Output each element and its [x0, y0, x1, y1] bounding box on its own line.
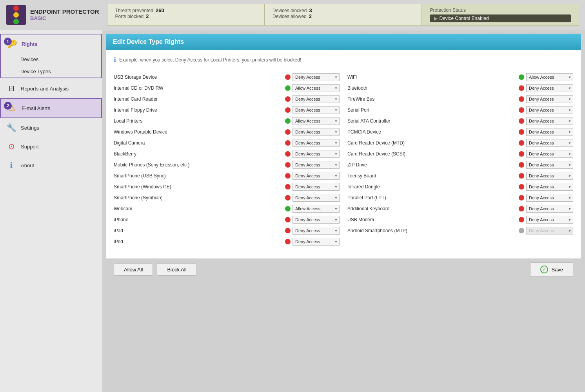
- device-access-select[interactable]: Deny AccessAllow AccessRead Only: [526, 117, 573, 125]
- status-dot: [519, 85, 524, 91]
- device-access-select[interactable]: Deny AccessAllow AccessRead Only: [526, 172, 573, 180]
- device-access-select[interactable]: Deny AccessAllow AccessRead Only: [292, 106, 340, 114]
- status-arrow-icon: ▶: [434, 16, 438, 21]
- device-access-select[interactable]: Deny AccessAllow AccessRead Only: [292, 150, 340, 158]
- save-button[interactable]: ✓ Save: [530, 262, 573, 276]
- device-select-wrap: Deny AccessAllow AccessRead Only: [285, 216, 340, 224]
- panel-header: Edit Device Type Rights: [106, 34, 581, 50]
- about-label: About: [21, 163, 34, 168]
- device-access-select[interactable]: Deny AccessAllow AccessRead Only: [292, 238, 340, 246]
- sidebar-item-device-types[interactable]: Device Types: [9, 65, 101, 78]
- status-dot: [285, 217, 291, 222]
- traffic-light: [13, 5, 19, 24]
- sidebar-item-devices[interactable]: Devices: [9, 53, 101, 65]
- select-wrapper: Deny AccessAllow AccessRead Only: [526, 216, 573, 224]
- device-access-select[interactable]: Deny AccessAllow AccessRead Only: [526, 216, 573, 224]
- sidebar-item-email-alerts[interactable]: 2 ⚠ E-mail Alerts: [0, 98, 102, 118]
- support-label: Support: [21, 144, 39, 150]
- device-access-select[interactable]: Deny AccessAllow AccessRead Only: [292, 216, 340, 224]
- sidebar-item-about[interactable]: ℹ About: [0, 156, 102, 175]
- devices-allowed-value: 2: [309, 13, 312, 19]
- device-row: Infrared DongleDeny AccessAllow AccessRe…: [347, 183, 573, 191]
- device-access-select[interactable]: Deny AccessAllow AccessRead Only: [292, 205, 340, 213]
- sidebar-item-rights[interactable]: 1 🔑 Rights: [1, 34, 101, 53]
- device-access-select[interactable]: Deny AccessAllow AccessRead Only: [292, 95, 340, 103]
- device-access-select[interactable]: Deny AccessAllow AccessRead Only: [526, 150, 573, 158]
- select-wrapper: Deny AccessAllow AccessRead Only: [292, 139, 340, 147]
- ports-label: Ports blocked: [115, 14, 144, 19]
- device-access-select[interactable]: Deny AccessAllow AccessRead Only: [292, 161, 340, 169]
- reports-label: Reports and Analysis: [21, 86, 69, 92]
- rights-sub-items: Devices Device Types: [1, 53, 101, 78]
- select-wrapper: Deny AccessAllow AccessRead Only: [526, 227, 573, 235]
- sidebar-item-settings[interactable]: 🔧 Settings: [0, 118, 102, 137]
- status-dot: [285, 140, 291, 146]
- status-dot: [285, 173, 291, 179]
- device-name: Internal CD or DVD RW: [114, 85, 282, 91]
- select-wrapper: Deny AccessAllow AccessRead Only: [292, 73, 340, 81]
- device-access-select[interactable]: Deny AccessAllow AccessRead Only: [292, 183, 340, 191]
- stat-box-threats: Threats prevented 260 Ports blocked 2: [107, 4, 264, 26]
- device-row: BluetoothDeny AccessAllow AccessRead Onl…: [347, 84, 573, 92]
- device-access-select[interactable]: Deny AccessAllow AccessRead Only: [526, 73, 573, 81]
- select-wrapper: Deny AccessAllow AccessRead Only: [292, 183, 340, 191]
- info-icon: ℹ: [114, 56, 116, 63]
- sidebar-item-reports[interactable]: 🖥 Reports and Analysis: [0, 79, 102, 98]
- select-wrapper: Deny AccessAllow AccessRead Only: [292, 205, 340, 213]
- protection-status-text: Device Control Enabled: [440, 16, 489, 21]
- device-access-select[interactable]: Deny AccessAllow AccessRead Only: [526, 194, 573, 202]
- device-select-wrap: Deny AccessAllow AccessRead Only: [285, 117, 340, 125]
- device-access-select[interactable]: Deny AccessAllow AccessRead Only: [526, 84, 573, 92]
- info-bar: ℹ Example: when you select Deny Access f…: [114, 56, 573, 63]
- bottom-left-buttons: Allow All Block All: [114, 264, 197, 276]
- device-access-select[interactable]: Deny AccessAllow AccessRead Only: [292, 194, 340, 202]
- allow-all-button[interactable]: Allow All: [114, 264, 153, 276]
- select-wrapper: Deny AccessAllow AccessRead Only: [292, 95, 340, 103]
- device-select-wrap: Deny AccessAllow AccessRead Only: [285, 95, 340, 103]
- device-access-select[interactable]: Deny AccessAllow AccessRead Only: [526, 95, 573, 103]
- threats-label: Threats prevented: [115, 8, 153, 13]
- device-access-select[interactable]: Deny AccessAllow AccessRead Only: [526, 205, 573, 213]
- select-wrapper: Deny AccessAllow AccessRead Only: [526, 106, 573, 114]
- device-access-select[interactable]: Deny AccessAllow AccessRead Only: [292, 172, 340, 180]
- device-access-select[interactable]: Deny AccessAllow AccessRead Only: [292, 227, 340, 235]
- device-access-select[interactable]: Deny AccessAllow AccessRead Only: [526, 106, 573, 114]
- device-row: Additional KeyboardDeny AccessAllow Acce…: [347, 205, 573, 213]
- device-row: Parallel Port (LPT)Deny AccessAllow Acce…: [347, 194, 573, 202]
- device-name: Internal Floppy Drive: [114, 107, 282, 113]
- device-row: Digital CameraDeny AccessAllow AccessRea…: [114, 139, 340, 147]
- sidebar-item-support[interactable]: ⊙ Support: [0, 137, 102, 156]
- device-row: WiFiDeny AccessAllow AccessRead Only: [347, 73, 573, 81]
- device-name: Internal Card Reader: [114, 96, 282, 102]
- device-row: Card Reader Device (SCSI)Deny AccessAllo…: [347, 150, 573, 158]
- device-access-select[interactable]: Deny AccessAllow AccessRead Only: [526, 183, 573, 191]
- select-wrapper: Deny AccessAllow AccessRead Only: [292, 216, 340, 224]
- device-access-select[interactable]: Deny AccessAllow AccessRead Only: [292, 84, 340, 92]
- content-area: Edit Device Type Rights ℹ Example: when …: [102, 30, 585, 392]
- device-access-select[interactable]: Deny AccessAllow AccessRead Only: [526, 161, 573, 169]
- logo-icon: [6, 5, 26, 25]
- select-wrapper: Deny AccessAllow AccessRead Only: [526, 95, 573, 103]
- status-dot: [285, 195, 291, 201]
- device-access-select[interactable]: Deny AccessAllow AccessRead Only: [292, 117, 340, 125]
- device-access-select[interactable]: Deny AccessAllow AccessRead Only: [292, 139, 340, 147]
- device-access-select[interactable]: Deny AccessAllow AccessRead Only: [526, 128, 573, 136]
- select-wrapper: Deny AccessAllow AccessRead Only: [292, 238, 340, 246]
- tl-yellow: [13, 12, 19, 18]
- logo-sub: BASIC: [30, 15, 99, 22]
- stat-box-protection: Protection Status ▶ Device Control Enabl…: [422, 4, 579, 26]
- device-name: Android Smartphones (MTP): [347, 228, 516, 233]
- main-layout: 1 🔑 Rights Devices Device Types 🖥 Report…: [0, 30, 585, 392]
- top-bar: ENDPOINT PROTECTOR BASIC Threats prevent…: [0, 0, 585, 30]
- status-dot: [519, 140, 524, 146]
- panel-body: ℹ Example: when you select Deny Access f…: [106, 50, 581, 258]
- device-name: Infrared Dongle: [347, 184, 516, 190]
- device-access-select[interactable]: Deny AccessAllow AccessRead Only: [292, 128, 340, 136]
- device-row: iPhoneDeny AccessAllow AccessRead Only: [114, 216, 340, 224]
- device-access-select[interactable]: Deny AccessAllow AccessRead Only: [292, 73, 340, 81]
- stats-area: Threats prevented 260 Ports blocked 2 De…: [107, 4, 579, 26]
- device-row: PCMCIA DeviceDeny AccessAllow AccessRead…: [347, 128, 573, 136]
- device-row: Teensy BoardDeny AccessAllow AccessRead …: [347, 172, 573, 180]
- device-access-select[interactable]: Deny AccessAllow AccessRead Only: [526, 139, 573, 147]
- block-all-button[interactable]: Block All: [157, 264, 196, 276]
